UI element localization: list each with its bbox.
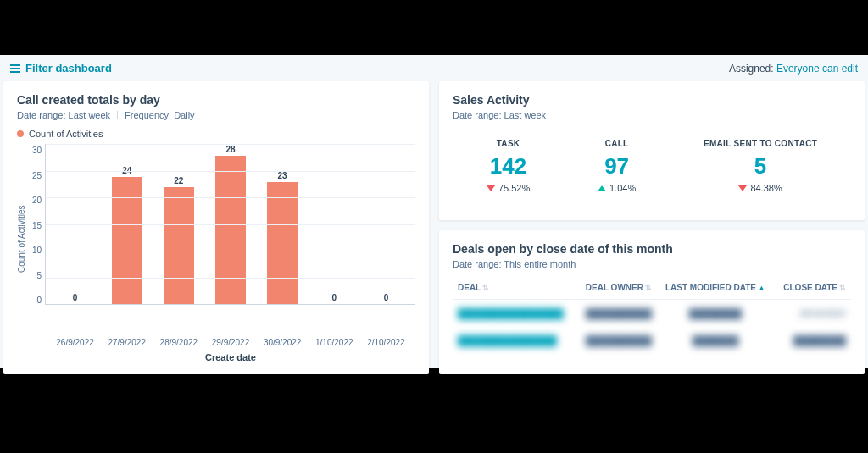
bar[interactable]: 0 [362, 293, 409, 304]
card-title: Sales Activity [453, 93, 851, 107]
sort-asc-icon: ▲ [758, 284, 765, 292]
card-subtitle: Date range: Last week Frequency: Daily [17, 110, 415, 120]
x-tick: 30/9/2022 [259, 338, 306, 347]
triangle-down-icon [487, 185, 495, 191]
deal-modified: ████████ [657, 300, 774, 328]
deal-close: 28/10/2022 [774, 300, 851, 328]
card-deals-open: Deals open by close date of this month D… [439, 230, 865, 374]
stat-task: TASK14275.52% [487, 139, 530, 193]
bar-value-label: 0 [384, 293, 389, 302]
stat-call: CALL971.04% [598, 139, 636, 193]
bar-chart: Count of Activities 302520151050 0242228… [17, 144, 415, 334]
deal-close: ████████ [774, 327, 851, 354]
bar[interactable]: 23 [259, 171, 306, 304]
x-tick: 2/10/2022 [362, 338, 409, 347]
legend-dot-icon [17, 130, 24, 137]
bar-value-label: 28 [225, 145, 235, 154]
y-axis-label: Count of Activities [17, 144, 26, 334]
triangle-down-icon [738, 185, 747, 191]
top-bar: Filter dashboard Assigned: Everyone can … [0, 55, 868, 81]
assigned-value-link[interactable]: Everyone can edit [776, 63, 858, 75]
sort-icon: ⇅ [482, 284, 489, 292]
x-axis-label: Create date [46, 352, 415, 362]
x-tick: 27/9/2022 [103, 338, 151, 347]
deal-owner: ██████████ [576, 300, 657, 328]
deal-owner: ██████████ [576, 327, 657, 354]
filter-dashboard-button[interactable]: Filter dashboard [10, 62, 112, 75]
assigned-label: Assigned: Everyone can edit [729, 63, 858, 75]
sort-icon: ⇅ [645, 284, 652, 292]
chart-legend: Count of Activities [17, 129, 415, 139]
y-axis-ticks: 302520151050 [26, 144, 45, 305]
filter-label: Filter dashboard [25, 62, 112, 75]
bar-value-label: 0 [73, 293, 78, 302]
deal-name[interactable]: ███████████████ [453, 327, 576, 354]
filter-icon [10, 64, 20, 73]
table-row[interactable]: ████████████████████████████████████████ [453, 327, 851, 354]
col-deal[interactable]: DEAL⇅ [453, 276, 576, 300]
stat-email-sent-to-contact: EMAIL SENT TO CONTACT584.38% [704, 139, 817, 193]
x-axis-ticks: 26/9/202227/9/202228/9/202229/9/202230/9… [46, 334, 415, 347]
card-subtitle: Date range: This entire month [453, 259, 851, 269]
col-close[interactable]: CLOSE DATE⇅ [774, 276, 851, 300]
card-sales-activity: Sales Activity Date range: Last week TAS… [439, 81, 865, 220]
deal-name[interactable]: ████████████████ [453, 300, 576, 328]
deals-table: DEAL⇅ DEAL OWNER⇅ LAST MODIFIED DATE▲ CL… [453, 276, 851, 354]
bar[interactable]: 0 [52, 293, 99, 304]
col-modified[interactable]: LAST MODIFIED DATE▲ [657, 276, 774, 300]
bar[interactable]: 24 [103, 166, 151, 304]
bar-value-label: 23 [278, 171, 287, 180]
chart-plot: 02422282300 [45, 144, 415, 305]
col-owner[interactable]: DEAL OWNER⇅ [576, 276, 657, 300]
bar[interactable]: 0 [310, 293, 358, 304]
card-title: Call created totals by day [17, 93, 415, 107]
bar-value-label: 0 [331, 293, 337, 302]
x-tick: 1/10/2022 [310, 338, 358, 347]
card-title: Deals open by close date of this month [453, 242, 851, 256]
stats-row: TASK14275.52%CALL971.04%EMAIL SENT TO CO… [453, 139, 851, 193]
bar-value-label: 22 [174, 176, 183, 185]
bar[interactable]: 22 [155, 176, 203, 304]
card-subtitle: Date range: Last week [453, 110, 851, 120]
sort-icon: ⇅ [839, 284, 846, 292]
triangle-up-icon [598, 185, 606, 191]
x-tick: 26/9/2022 [52, 338, 99, 347]
x-tick: 28/9/2022 [155, 338, 203, 347]
table-row[interactable]: ██████████████████████████████████28/10/… [453, 300, 851, 328]
x-tick: 29/9/2022 [207, 338, 254, 347]
deal-modified: ███████ [657, 327, 774, 354]
card-call-created-totals: Call created totals by day Date range: L… [3, 81, 429, 374]
